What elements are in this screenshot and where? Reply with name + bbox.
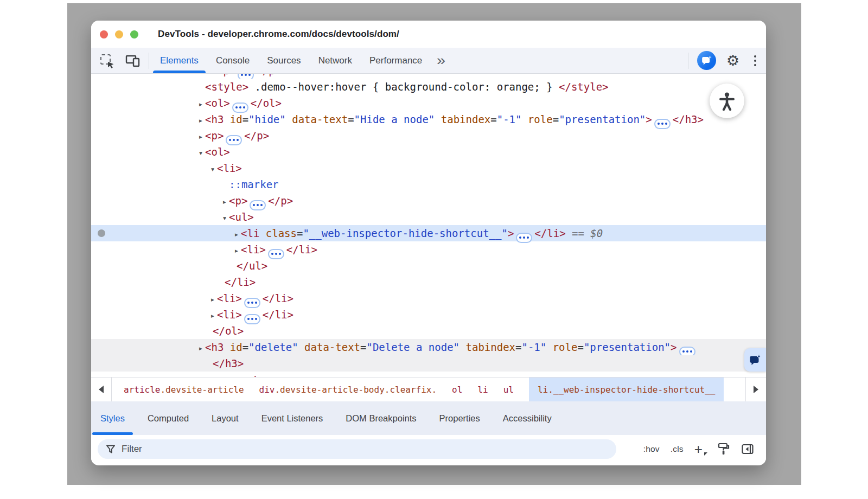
dom-tree-row[interactable]: </h3> — [91, 355, 766, 372]
tab-performance[interactable]: Performance — [361, 48, 431, 73]
scroll-right-icon — [754, 386, 758, 393]
paint-roller-icon[interactable] — [717, 442, 730, 456]
add-style-rule-button[interactable]: + — [694, 444, 706, 455]
dom-tree-row[interactable]: ▸<li></li> — [91, 241, 766, 258]
settings-button[interactable]: ⚙ — [725, 53, 741, 69]
code-token: role — [546, 341, 577, 353]
expand-arrow-icon[interactable]: ▸ — [196, 112, 205, 129]
class-toggle[interactable]: .cls — [671, 444, 684, 454]
toggle-panel-icon[interactable] — [741, 443, 754, 456]
expand-arrow-icon[interactable]: ▸ — [196, 340, 205, 356]
breadcrumb-item-li-selected[interactable]: li.__web-inspector-hide-shortcut__ — [529, 378, 724, 401]
code-token: </li> — [225, 276, 256, 288]
inspect-element-button[interactable] — [99, 53, 115, 69]
expand-arrow-icon[interactable]: ▸ — [232, 226, 241, 242]
breadcrumb-item-ol[interactable]: ol — [452, 378, 462, 401]
dom-tree-row[interactable]: ▸<p></p> — [91, 372, 766, 377]
breadcrumb-item-ul[interactable]: ul — [503, 378, 514, 401]
code-token: data-text — [298, 341, 360, 353]
breadcrumb-scroll-right-button[interactable] — [745, 378, 766, 401]
dom-tree-row[interactable]: ▸<ol></ol> — [91, 95, 766, 111]
code-token: > — [671, 341, 676, 353]
code-token: .demo--hover:hover { background-color: o… — [248, 81, 559, 93]
sidebar-tab-event-listeners[interactable]: Event Listeners — [253, 401, 331, 435]
sidebar-tab-accessibility[interactable]: Accessibility — [495, 401, 560, 435]
code-token: class — [259, 227, 297, 239]
collapse-arrow-icon[interactable]: ▾ — [208, 161, 217, 177]
breadcrumb: article.devsite-articlediv.devsite-artic… — [112, 378, 724, 401]
code-token: <p> — [229, 195, 247, 207]
code-token: </style> — [559, 81, 609, 93]
sidebar-tab-styles[interactable]: Styles — [92, 401, 133, 435]
devtools-window: DevTools - developer.chrome.com/docs/dev… — [91, 21, 766, 465]
more-tabs-button[interactable]: » — [437, 53, 445, 68]
expand-arrow-icon[interactable]: ▸ — [196, 373, 205, 377]
collapse-arrow-icon[interactable]: ▾ — [196, 145, 205, 161]
breadcrumb-tag: article — [124, 385, 160, 395]
filter-pill[interactable] — [98, 439, 616, 459]
tab-elements[interactable]: Elements — [151, 48, 207, 73]
dom-tree-row[interactable]: </ul> — [91, 258, 766, 274]
dom-tree-row[interactable]: ::marker — [91, 176, 766, 193]
collapse-arrow-icon[interactable]: ▾ — [220, 210, 229, 226]
expand-arrow-icon[interactable]: ▸ — [196, 96, 205, 112]
expand-arrow-icon[interactable]: ▸ — [208, 291, 217, 308]
breadcrumb-classes: .devsite-article-body.clearfix. — [275, 385, 437, 395]
dom-tree-row[interactable]: </ol> — [91, 323, 766, 339]
dom-tree-row[interactable]: ▾<ol> — [91, 144, 766, 160]
tab-sources[interactable]: Sources — [258, 48, 309, 73]
maximize-button[interactable] — [130, 30, 138, 39]
code-token: "-1" — [521, 341, 546, 353]
dom-tree-row[interactable]: ▸<p></p> — [91, 74, 766, 79]
dom-tree-row[interactable]: ▸<li></li> — [91, 306, 766, 323]
dom-tree-row[interactable]: ▸<h3 id="delete" data-text="Delete a nod… — [91, 339, 766, 355]
sidebar-tab-layout[interactable]: Layout — [203, 401, 247, 435]
breadcrumb-scroll-left-button[interactable] — [91, 378, 112, 401]
expand-arrow-icon[interactable]: ▸ — [220, 194, 229, 210]
code-token: "__web-inspector-hide-shortcut__" — [303, 227, 508, 239]
accessibility-widget-button[interactable] — [710, 84, 744, 118]
code-token: </p> — [256, 74, 281, 76]
pseudo-state-toggle[interactable]: :hov — [643, 444, 660, 454]
code-token: <ol> — [205, 97, 230, 109]
dom-tree-row[interactable]: ▸<p></p> — [91, 127, 766, 144]
dom-tree-row[interactable]: ▸<li class="__web-inspector-hide-shortcu… — [91, 225, 766, 241]
filter-input[interactable] — [122, 444, 609, 455]
dom-tree-row[interactable]: <style> .demo--hover:hover { background-… — [91, 79, 766, 95]
accessibility-person-icon — [719, 92, 735, 111]
code-token: </ol> — [251, 97, 282, 109]
expand-arrow-icon[interactable]: ▸ — [208, 74, 217, 79]
sidebar-tab-dom-breakpoints[interactable]: DOM Breakpoints — [337, 401, 424, 435]
expand-arrow-icon[interactable]: ▸ — [196, 129, 205, 145]
ask-ai-badge-button[interactable] — [744, 348, 766, 372]
selected-node-marker — [98, 229, 105, 237]
sidebar-tab-computed[interactable]: Computed — [139, 401, 197, 435]
dom-tree-row[interactable]: </li> — [91, 274, 766, 290]
dom-tree-row[interactable]: ▸<p></p> — [91, 193, 766, 209]
device-toolbar-icon — [125, 54, 141, 67]
code-token: <style> — [205, 81, 248, 93]
dom-tree-row[interactable]: ▾<li> — [91, 160, 766, 176]
more-options-button[interactable] — [750, 53, 761, 68]
close-button[interactable] — [100, 30, 108, 39]
tab-network[interactable]: Network — [310, 48, 361, 73]
tab-console[interactable]: Console — [207, 48, 258, 73]
toggle-device-toolbar-button[interactable] — [125, 53, 141, 69]
titlebar: DevTools - developer.chrome.com/docs/dev… — [91, 21, 766, 48]
expand-arrow-icon[interactable]: ▸ — [208, 308, 217, 324]
sidebar-tab-properties[interactable]: Properties — [431, 401, 488, 435]
dom-tree-row[interactable]: ▸<h3 id="hide" data-text="Hide a node" t… — [91, 111, 766, 127]
expand-ellipsis-button[interactable] — [238, 74, 254, 79]
minimize-button[interactable] — [115, 30, 123, 39]
breadcrumb-item-div[interactable]: div.devsite-article-body.clearfix. — [259, 378, 437, 401]
dom-tree-row[interactable]: ▸<li></li> — [91, 290, 766, 306]
ai-assistant-icon — [701, 55, 712, 66]
breadcrumb-item-article[interactable]: article.devsite-article — [124, 378, 244, 401]
dom-tree-row[interactable]: ▾<ul> — [91, 209, 766, 225]
code-token: tabindex — [459, 341, 515, 353]
breadcrumb-item-li[interactable]: li — [477, 378, 488, 401]
dom-tree: ▸<p></p><style> .demo--hover:hover { bac… — [91, 74, 766, 377]
expand-arrow-icon[interactable]: ▸ — [232, 242, 241, 259]
code-token: = — [242, 113, 248, 125]
ai-assistant-button[interactable] — [697, 51, 716, 70]
